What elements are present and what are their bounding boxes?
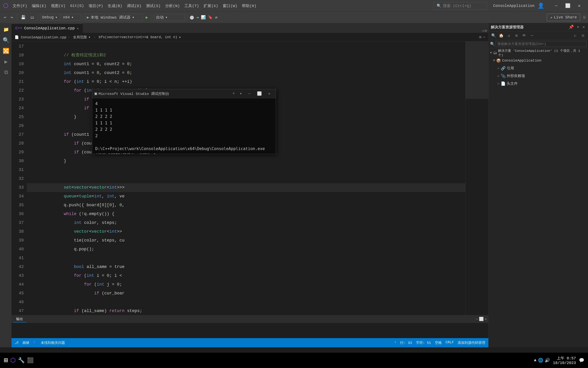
code-editor: 17 18 19 20 21 22 23 24 25 26 27 28 29 3… <box>11 41 488 315</box>
explorer-icon[interactable]: 📁 <box>1 25 11 35</box>
system-tray-arrow[interactable]: ▲ <box>534 358 536 363</box>
console-close-button[interactable]: ✕ <box>265 90 274 98</box>
tree-headers-node[interactable]: ▷ 📄 头文件 <box>488 80 588 87</box>
search-box[interactable]: 🔍 搜索 (Ctrl+Q) <box>433 2 487 10</box>
source-control-icon[interactable]: 🔀 <box>1 46 11 56</box>
breakpoint-icon[interactable]: ⬤ <box>190 15 194 20</box>
menu-project[interactable]: 项目(P) <box>87 2 105 9</box>
main-layout: 📁 🔍 🔀 ▶ ⧉ C++ ConsoleApplication.cpp ✕ ◁… <box>0 23 588 347</box>
tree-solution-node[interactable]: ▼ 🗂 解决方案 'ConsoleApplication' (1 个项目，共 1… <box>488 49 588 57</box>
se-home-btn[interactable]: 🏠 <box>498 32 505 39</box>
more-options-icon[interactable]: ⋯ <box>483 35 485 39</box>
arch-dropdown[interactable]: x64 ▾ <box>61 14 80 21</box>
redo-button[interactable]: ↪ <box>9 14 15 20</box>
minimap[interactable] <box>465 41 488 315</box>
run-icon: ▶ <box>87 15 89 20</box>
menu-git[interactable]: Git(G) <box>68 3 86 9</box>
notification-icon[interactable]: 💬 <box>579 358 584 363</box>
refs-icon: 🔗 <box>501 66 505 71</box>
run-debug-icon[interactable]: ▶ <box>1 57 11 67</box>
minimize-button[interactable]: — <box>551 0 562 11</box>
se-toolbar: 🔍 🏠 ↺ ⊞ 👁 ⋯ ▷ ⊟ <box>488 31 588 40</box>
live-share-button[interactable]: ↗ Live Share <box>547 14 580 21</box>
menu-extend[interactable]: 扩展(X) <box>202 2 220 9</box>
start-button[interactable]: ⊞ <box>4 356 8 365</box>
sidebar-pin-icon[interactable]: 📌 <box>568 24 575 30</box>
panel-close-icon[interactable]: ✕ <box>485 317 487 322</box>
nav-icon[interactable]: ⇄ <box>215 15 217 20</box>
undo-button[interactable]: ↩ <box>2 14 8 20</box>
network-icon[interactable]: 🌐 <box>538 358 543 363</box>
se-split-icon[interactable]: ⊟ <box>579 32 587 39</box>
project-icon: 📦 <box>496 58 501 63</box>
se-right-arrow-icon[interactable]: ▷ <box>572 32 579 39</box>
run-dropdown[interactable]: ▶ 本地 Windows 调试器 ▾ <box>85 14 143 21</box>
add-to-source-control[interactable]: 添加到源代码管理 <box>458 340 485 345</box>
menu-analyze[interactable]: 分析(N) <box>163 2 182 9</box>
split-editor-icon[interactable]: ⊞ <box>479 35 481 39</box>
menu-build[interactable]: 生成(B) <box>106 2 124 9</box>
output-tab[interactable]: 输出 <box>13 316 26 322</box>
se-search-input[interactable] <box>496 41 587 47</box>
solution-label: 解决方案 'ConsoleApplication' (1 个项目，共 1 个) <box>498 48 587 57</box>
search-activity-icon[interactable]: 🔍 <box>1 35 11 45</box>
run-button[interactable]: ▶ <box>144 14 149 20</box>
debug-config-dropdown[interactable]: Debug ▾ <box>40 14 60 21</box>
minimap-slider[interactable] <box>466 41 488 99</box>
save-button[interactable]: 💾 <box>19 14 27 20</box>
console-maximize-button[interactable]: ⬜ <box>255 90 264 98</box>
close-button[interactable]: ✕ <box>573 0 585 11</box>
right-sidebar: 解决方案资源管理器 📌 ▾ ✕ 🔍 🏠 ↺ ⊞ 👁 ⋯ ▷ ⊟ 🔍 ▼ <box>488 23 588 347</box>
se-more-btn[interactable]: ⋯ <box>528 32 535 39</box>
scope-dropdown[interactable]: 全局范围 ▾ <box>72 34 92 40</box>
menu-file[interactable]: 文件(F) <box>11 2 29 9</box>
tab-settings-icon[interactable]: ⚙ <box>485 28 487 33</box>
panel-maximize-icon[interactable]: ⬜ <box>479 317 484 322</box>
code-content[interactable]: // 检查特定情况1和2 int count1 = 0, count2 = 0;… <box>27 41 465 315</box>
menu-help[interactable]: 帮助(H) <box>240 2 258 9</box>
tree-refs-node[interactable]: ▷ 🔗 引用 <box>488 64 588 72</box>
console-minimize-button[interactable]: — <box>245 90 254 98</box>
console-dropdown-icon[interactable]: ▾ <box>238 90 244 97</box>
taskbar-item-3[interactable]: ⬛ <box>27 357 34 364</box>
bookmark-icon[interactable]: 🔖 <box>208 15 213 20</box>
taskbar-item-2[interactable]: 🔧 <box>18 357 25 364</box>
bottom-panel: 输出 — ⬜ ✕ <box>11 315 488 338</box>
headers-icon: 📄 <box>501 81 505 86</box>
menu-debug[interactable]: 调试(D) <box>125 2 143 9</box>
console-add-tab[interactable]: + <box>231 91 237 97</box>
function-dropdown[interactable]: bfs(vector<vector<int>>& board, int n) ▾ <box>97 34 183 40</box>
volume-icon[interactable]: 🔊 <box>545 358 550 363</box>
save-all-button[interactable]: 🗂 <box>29 14 36 20</box>
perf-icon[interactable]: 📊 <box>201 15 206 20</box>
se-filter-btn[interactable]: ⊞ <box>513 32 520 39</box>
restore-button[interactable]: ⬜ <box>562 0 573 11</box>
sidebar-close-icon[interactable]: ✕ <box>582 24 586 30</box>
tab-consolecpp[interactable]: C++ ConsoleApplication.cpp ✕ <box>11 24 83 33</box>
se-search-btn[interactable]: 🔍 <box>490 32 497 39</box>
chevron-down-icon: ▾ <box>71 15 74 20</box>
tab-scroll-left-icon[interactable]: ◁ <box>482 28 484 33</box>
auto-dropdown[interactable]: 自动 ▾ <box>154 14 185 21</box>
chevron-icon: ▾ <box>179 35 181 39</box>
console-line-1: 4 <box>95 101 273 107</box>
menu-tools[interactable]: 工具(T) <box>183 2 201 9</box>
taskbar-vs-icon[interactable]: ⬡ <box>10 357 16 364</box>
tab-close-button[interactable]: ✕ <box>77 26 79 30</box>
sidebar-chevron-icon[interactable]: ▾ <box>576 24 580 30</box>
se-search-icon: 🔍 <box>490 42 495 46</box>
tree-project-node[interactable]: ▼ 📦 ConsoleApplication <box>488 57 588 64</box>
menu-edit[interactable]: 编辑(E) <box>30 2 48 9</box>
feedback-icon[interactable]: ☺ <box>583 15 586 20</box>
menu-test[interactable]: 测试(S) <box>144 2 163 9</box>
panel-minimize-icon[interactable]: — <box>476 317 478 321</box>
menu-window[interactable]: 窗口(W) <box>221 2 239 9</box>
extensions-icon[interactable]: ⧉ <box>1 67 11 77</box>
tree-external-node[interactable]: ▷ 📎 外部依赖项 <box>488 72 588 80</box>
step-icon[interactable]: ⇥ <box>196 15 199 20</box>
no-issues-label: 未找到相关问题 <box>41 340 65 345</box>
se-refresh-btn[interactable]: ↺ <box>505 32 512 39</box>
menu-view[interactable]: 视图(V) <box>49 2 67 9</box>
se-search-bar[interactable]: 🔍 <box>488 40 588 48</box>
se-preview-btn[interactable]: 👁 <box>521 32 528 39</box>
